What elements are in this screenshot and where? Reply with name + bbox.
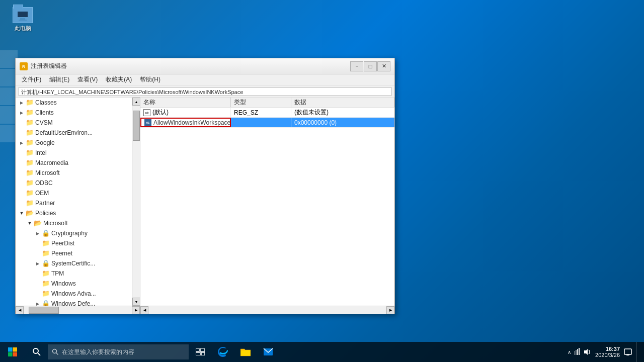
mail-button[interactable] [257, 342, 279, 362]
cell-name-allowwindowsinkworkspace[interactable]: 01 AllowWindowsInkWorkspace [140, 118, 231, 127]
scroll-up-button[interactable]: ▲ [132, 98, 140, 106]
edge-browser-button[interactable] [211, 342, 234, 362]
svg-line-14 [56, 353, 58, 355]
tree-label-partner: Partner [34, 200, 55, 207]
tree-item-tpm[interactable]: ▶ 📁 TPM [16, 268, 140, 279]
toggle-classes[interactable]: ▶ [18, 99, 26, 107]
clock-time: 16:37 [595, 346, 620, 352]
folder-icon-odbc: 📁 [26, 179, 34, 187]
notification-icon[interactable] [624, 348, 632, 356]
folder-icon-microsoft: 📁 [26, 169, 34, 177]
close-button[interactable]: ✕ [377, 61, 390, 71]
minimize-button[interactable]: － [350, 61, 363, 71]
folder-icon-cvsm: 📁 [26, 119, 34, 127]
search-taskbar-button[interactable] [25, 342, 48, 362]
window-title: 注册表编辑器 [31, 62, 67, 70]
scroll-thumb[interactable] [133, 111, 140, 141]
tree-item-windowsadva[interactable]: ▶ 📁 Windows Adva... [16, 289, 140, 299]
scroll-down-button[interactable]: ▼ [132, 298, 140, 306]
tree-item-partner[interactable]: ▶ 📁 Partner [16, 198, 140, 208]
h-scroll-left-tree[interactable]: ◀ [16, 306, 24, 314]
address-path[interactable]: 计算机\HKEY_LOCAL_MACHINE\SOFTWARE\Policies… [19, 87, 391, 96]
tree-label-peerdist: PeerDist [50, 240, 74, 247]
task-view-button[interactable] [189, 342, 211, 362]
cell-editing-name[interactable]: AllowWindowsInkWorkspace [153, 119, 230, 126]
tree-label-policies: Policies [34, 210, 56, 217]
toggle-windowsdefe[interactable]: ▶ [34, 300, 42, 306]
toggle-cryptography[interactable]: ▶ [34, 229, 42, 237]
svg-rect-23 [577, 349, 578, 355]
h-scroll-right-data[interactable]: ▶ [386, 306, 394, 314]
svg-rect-19 [240, 349, 245, 350]
tree-item-cryptography[interactable]: ▶ 🔒 Cryptography [16, 228, 140, 238]
menu-edit[interactable]: 编辑(E) [45, 74, 73, 85]
tree-h-scrollbar[interactable]: ◀ ▶ [16, 306, 140, 314]
tree-label-microsoft: Microsoft [34, 169, 60, 176]
h-scroll-thumb-tree[interactable] [29, 307, 59, 314]
clock-date: 2020/3/26 [595, 352, 620, 358]
data-row-default[interactable]: ab (默认) REG_SZ (数值未设置) [140, 108, 394, 118]
tree-item-clients[interactable]: ▶ 📁 Clients [16, 108, 140, 118]
mycomputer-label: 此电脑 [15, 25, 31, 32]
folder-icon-policies: 📂 [26, 209, 34, 217]
svg-rect-21 [574, 351, 575, 355]
data-row-allowwindowsinkworkspace[interactable]: 01 AllowWindowsInkWorkspace 0x00000000 (… [140, 118, 394, 128]
tree-item-windows[interactable]: ▶ 📁 Windows [16, 279, 140, 289]
folder-icon-macromedia: 📁 [26, 159, 34, 167]
svg-rect-18 [201, 352, 205, 355]
folder-icon-windowsadva: 📁 [42, 290, 50, 298]
tree-item-classes[interactable]: ▶ 📁 Classes [16, 98, 140, 108]
tree-vertical-scrollbar[interactable]: ▲ ▼ [132, 98, 140, 306]
reg-icon-default: ab [143, 109, 150, 116]
tree-item-peerdist[interactable]: ▶ 📁 PeerDist [16, 238, 140, 248]
svg-text:R: R [22, 64, 25, 69]
tree-item-intel[interactable]: ▶ 📁 Intel [16, 148, 140, 158]
tree-label-classes: Classes [34, 99, 57, 106]
folder-icon-intel: 📁 [26, 149, 34, 157]
tree-item-cvsm[interactable]: ▶ 📁 CVSM [16, 118, 140, 128]
menu-file[interactable]: 文件(F) [18, 74, 45, 85]
folder-icon-cryptography: 🔒 [42, 229, 50, 237]
file-explorer-button[interactable] [234, 342, 257, 362]
folder-icon-classes: 📁 [26, 99, 34, 107]
windows-logo-icon [8, 347, 18, 357]
maximize-button[interactable]: □ [364, 61, 377, 71]
desktop-icon-mycomputer[interactable]: 此电脑 [5, 5, 40, 34]
show-desktop-button[interactable] [636, 342, 640, 362]
title-bar-left: R 注册表编辑器 [20, 62, 67, 70]
menu-help[interactable]: 帮助(H) [136, 74, 165, 85]
svg-rect-26 [624, 349, 631, 354]
tree-item-google[interactable]: ▶ 📁 Google [16, 138, 140, 148]
tray-arrow[interactable]: ∧ [568, 349, 571, 355]
folder-icon-policies-microsoft: 📂 [34, 219, 42, 227]
tree-item-oem[interactable]: ▶ 📁 OEM [16, 188, 140, 198]
tree-item-windowsdefe[interactable]: ▶ 🔒 Windows Defe... [16, 299, 140, 306]
tree-item-defaultuserenv[interactable]: ▶ 📁 DefaultUserEnviron... [16, 128, 140, 138]
tree-item-macromedia[interactable]: ▶ 📁 Macromedia [16, 158, 140, 168]
start-button[interactable] [0, 342, 25, 362]
toggle-policies-microsoft[interactable]: ▼ [26, 219, 34, 227]
svg-marker-25 [584, 349, 588, 355]
tree-item-microsoft[interactable]: ▶ 📁 Microsoft [16, 168, 140, 178]
toggle-google[interactable]: ▶ [18, 139, 26, 147]
svg-line-12 [38, 353, 40, 355]
tree-item-peernet[interactable]: ▶ 📁 Peernet [16, 248, 140, 258]
tree-item-policies[interactable]: ▼ 📂 Policies [16, 208, 140, 218]
svg-rect-27 [626, 354, 629, 355]
toggle-systemcertificates[interactable]: ▶ [34, 259, 42, 267]
tree-item-policies-microsoft[interactable]: ▼ 📂 Microsoft [16, 218, 140, 228]
taskbar-search-bar[interactable]: 在这里输入你要搜索的内容 [48, 344, 189, 359]
tree-item-systemcertificates[interactable]: ▶ 🔒 SystemCertific... [16, 258, 140, 268]
data-h-scrollbar[interactable]: ◀ ▶ [140, 306, 394, 314]
address-bar: 计算机\HKEY_LOCAL_MACHINE\SOFTWARE\Policies… [16, 85, 394, 98]
svg-point-11 [33, 348, 38, 353]
toggle-clients[interactable]: ▶ [18, 109, 26, 117]
system-clock[interactable]: 16:37 2020/3/26 [595, 346, 620, 358]
menu-favorites[interactable]: 收藏夹(A) [102, 74, 136, 85]
h-scroll-right-tree[interactable]: ▶ [132, 306, 140, 314]
menu-view[interactable]: 查看(V) [73, 74, 102, 85]
toggle-policies[interactable]: ▼ [18, 209, 26, 217]
tree-label-clients: Clients [34, 109, 54, 116]
tree-item-odbc[interactable]: ▶ 📁 ODBC [16, 178, 140, 188]
h-scroll-left-data[interactable]: ◀ [140, 306, 148, 314]
